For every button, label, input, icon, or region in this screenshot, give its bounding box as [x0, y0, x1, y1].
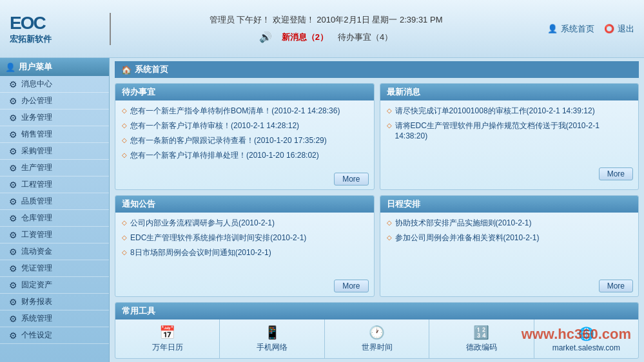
sidebar-item-label: 个性设定 — [21, 330, 52, 341]
sidebar-item-label: 系统管理 — [21, 313, 52, 324]
sidebar-item-label: 消息中心 — [21, 79, 52, 90]
sidebar-title: 👤 用户菜单 — [0, 58, 109, 76]
bullet-icon: ◇ — [122, 151, 127, 158]
schedule-more-button[interactable]: More — [599, 280, 633, 292]
notice-more-button[interactable]: More — [334, 280, 368, 292]
home-breadcrumb-icon: 🏠 — [121, 65, 132, 75]
sidebar-item-办公管理[interactable]: ⚙办公管理 — [0, 93, 109, 110]
todo-link[interactable]: 待办事宜（4） — [338, 32, 393, 43]
tool-icon: 🕐 — [369, 325, 385, 340]
list-item[interactable]: ◇8日市场部周例会会议时间通知(2010-2-1) — [122, 247, 367, 258]
sidebar-item-流动资金[interactable]: ⚙流动资金 — [0, 243, 109, 260]
sidebar-item-icon: ⚙ — [8, 280, 18, 291]
sidebar-item-采购管理[interactable]: ⚙采购管理 — [0, 143, 109, 160]
greeting-text: 管理员 下午好！ 欢迎登陆！ 2010年2月1日 星期一 2:39:31 PM — [210, 14, 443, 26]
logout-icon: ⭕ — [604, 24, 614, 33]
news-more-button[interactable]: More — [599, 167, 633, 180]
sidebar-item-label: 销售管理 — [21, 129, 52, 140]
tool-item-万年日历[interactable]: 📅万年日历 — [115, 319, 220, 358]
item-text: 8日市场部周例会会议时间通知(2010-2-1) — [130, 247, 271, 258]
item-text: 请尽快完成订单201001008的审核工作(2010-2-1 14:39:12) — [395, 106, 595, 117]
logout-button[interactable]: ⭕ 退出 — [604, 23, 634, 35]
sidebar-item-个性设定[interactable]: ⚙个性设定 — [0, 327, 109, 344]
header-center: 管理员 下午好！ 欢迎登陆！ 2010年2月1日 星期一 2:39:31 PM … — [124, 14, 528, 43]
sidebar-item-icon: ⚙ — [8, 163, 18, 173]
list-item[interactable]: ◇EDC生产管理软件系统操作培训时间安排(2010-2-1) — [122, 233, 367, 243]
sidebar-item-label: 品质管理 — [21, 196, 52, 207]
sidebar-item-label: 固定资产 — [21, 280, 52, 291]
news-panel-footer: More — [380, 165, 639, 184]
list-item[interactable]: ◇请将EDC生产管理软件用户操作规范文档传送于我(2010-2-1 14:38:… — [387, 120, 632, 140]
sidebar-item-凭证管理[interactable]: ⚙凭证管理 — [0, 260, 109, 277]
sidebar-item-icon: ⚙ — [8, 79, 18, 90]
sidebar-item-业务管理[interactable]: ⚙业务管理 — [0, 110, 109, 126]
sidebar-item-系统管理[interactable]: ⚙系统管理 — [0, 310, 109, 327]
tool-item-世界时间[interactable]: 🕐世界时间 — [325, 319, 429, 358]
sidebar-item-财务报表[interactable]: ⚙财务报表 — [0, 294, 109, 310]
main-layout: 👤 用户菜单 ⚙消息中心⚙办公管理⚙业务管理⚙销售管理⚙采购管理⚙生产管理⚙工程… — [0, 58, 644, 362]
todo-more-button[interactable]: More — [334, 173, 368, 186]
list-item[interactable]: ◇您有一个新客户订单待排单处理！(2010-1-20 16:28:02) — [122, 150, 367, 161]
bullet-icon: ◇ — [122, 249, 127, 256]
todo-panel: 待办事宜 ◇您有一个新生产指令单待制作BOM清单！(2010-2-1 14:28… — [115, 83, 375, 190]
sidebar-item-生产管理[interactable]: ⚙生产管理 — [0, 160, 109, 176]
content-area: 🏠 系统首页 待办事宜 ◇您有一个新生产指令单待制作BOM清单！(2010-2-… — [110, 58, 644, 362]
sidebar-item-label: 生产管理 — [21, 162, 52, 173]
sidebar-item-label: 财务报表 — [21, 296, 52, 307]
item-text: 您有一条新的客户限跟记录待查看！(2010-1-20 17:35:29) — [130, 135, 327, 146]
sidebar-item-仓库管理[interactable]: ⚙仓库管理 — [0, 210, 109, 227]
header-divider — [110, 13, 111, 45]
header: EOC 宏拓新软件 管理员 下午好！ 欢迎登陆！ 2010年2月1日 星期一 2… — [0, 0, 644, 58]
tool-label: 世界时间 — [362, 342, 393, 353]
grid-row-1: 待办事宜 ◇您有一个新生产指令单待制作BOM清单！(2010-2-1 14:28… — [115, 83, 639, 190]
list-item[interactable]: ◇您有一个新客户订单待审核！(2010-2-1 14:28:12) — [122, 120, 367, 131]
list-item[interactable]: ◇您有一个新生产指令单待制作BOM清单！(2010-2-1 14:28:36) — [122, 106, 367, 117]
tool-label: market.salestw.com — [552, 343, 620, 352]
list-item[interactable]: ◇您有一条新的客户限跟记录待查看！(2010-1-20 17:35:29) — [122, 135, 367, 146]
grid-row-2: 通知公告 ◇公司内部业务流程调研参与人员(2010-2-1)◇EDC生产管理软件… — [115, 195, 639, 297]
sidebar-item-label: 工程管理 — [21, 179, 52, 190]
sidebar-item-工程管理[interactable]: ⚙工程管理 — [0, 176, 109, 193]
sidebar-item-销售管理[interactable]: ⚙销售管理 — [0, 126, 109, 143]
sidebar-item-品质管理[interactable]: ⚙品质管理 — [0, 193, 109, 210]
notification-bar: 🔊 新消息（2） 待办事宜（4） — [259, 31, 393, 43]
sidebar-item-icon: ⚙ — [8, 297, 18, 307]
sidebar-item-icon: ⚙ — [8, 213, 18, 224]
sidebar-item-label: 采购管理 — [21, 146, 52, 157]
new-msg-link[interactable]: 新消息（2） — [282, 32, 328, 43]
bullet-icon: ◇ — [387, 107, 392, 114]
content-inner: 🏠 系统首页 待办事宜 ◇您有一个新生产指令单待制作BOM清单！(2010-2-… — [110, 58, 644, 362]
notice-panel-footer: More — [115, 277, 374, 296]
todo-panel-header: 待办事宜 — [115, 84, 374, 100]
sidebar: 👤 用户菜单 ⚙消息中心⚙办公管理⚙业务管理⚙销售管理⚙采购管理⚙生产管理⚙工程… — [0, 58, 110, 362]
notice-panel: 通知公告 ◇公司内部业务流程调研参与人员(2010-2-1)◇EDC生产管理软件… — [115, 195, 375, 297]
tool-item-手机网络[interactable]: 📱手机网络 — [220, 319, 324, 358]
tool-item-market.salestw.com[interactable]: 🌐market.salestw.com — [534, 319, 638, 358]
sidebar-item-label: 流动资金 — [21, 246, 52, 257]
home-button[interactable]: 👤 系统首页 — [547, 23, 594, 35]
logo-subtitle: 宏拓新软件 — [10, 33, 100, 45]
speaker-icon: 🔊 — [259, 31, 272, 43]
tool-label: 手机网络 — [257, 342, 288, 353]
sidebar-item-icon: ⚙ — [8, 263, 18, 274]
sidebar-item-icon: ⚙ — [8, 113, 18, 123]
bullet-icon: ◇ — [122, 137, 127, 144]
sidebar-item-消息中心[interactable]: ⚙消息中心 — [0, 76, 109, 93]
list-item[interactable]: ◇参加公司周例会并准备相关资料(2010-2-1) — [387, 233, 632, 243]
sidebar-item-icon: ⚙ — [8, 314, 18, 324]
page-title: 系统首页 — [135, 64, 168, 75]
tools-section: 常用工具 📅万年日历📱手机网络🕐世界时间🔢德政编码🌐market.salestw… — [115, 302, 639, 359]
sidebar-item-label: 仓库管理 — [21, 213, 52, 224]
bullet-icon: ◇ — [122, 219, 127, 226]
sidebar-item-固定资产[interactable]: ⚙固定资产 — [0, 277, 109, 294]
list-item[interactable]: ◇请尽快完成订单201001008的审核工作(2010-2-1 14:39:12… — [387, 106, 632, 117]
sidebar-item-icon: ⚙ — [8, 180, 18, 190]
list-item[interactable]: ◇协助技术部安排产品实施细则(2010-2-1) — [387, 218, 632, 229]
sidebar-item-icon: ⚙ — [8, 247, 18, 257]
sidebar-item-icon: ⚙ — [8, 96, 18, 106]
tool-label: 万年日历 — [152, 342, 183, 353]
tool-item-德政编码[interactable]: 🔢德政编码 — [429, 319, 534, 358]
sidebar-item-工资管理[interactable]: ⚙工资管理 — [0, 227, 109, 243]
list-item[interactable]: ◇公司内部业务流程调研参与人员(2010-2-1) — [122, 218, 367, 229]
item-text: EDC生产管理软件系统操作培训时间安排(2010-2-1) — [130, 233, 306, 243]
